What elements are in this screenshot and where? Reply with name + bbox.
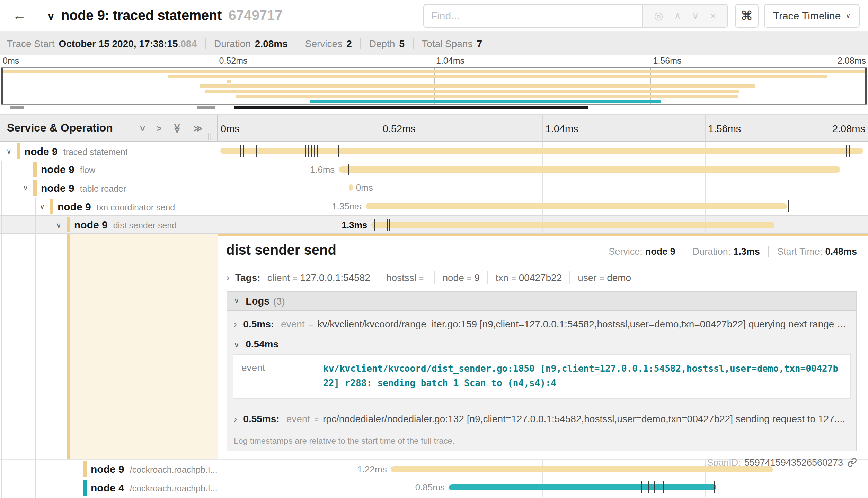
minimap-scrubber-segment[interactable]	[234, 106, 588, 109]
chevron-down-icon: ∨	[845, 12, 851, 19]
collapse-one-icon[interactable]: >	[138, 125, 147, 130]
log-entry-expanded-header[interactable]: ∨ 0.54ms	[227, 336, 856, 350]
collapse-logs-icon[interactable]: ∨	[234, 297, 239, 306]
start-time-label: Start Time:	[777, 246, 823, 257]
span-detail-panel: dist sender send Service: node 9 Duratio…	[217, 234, 868, 459]
log-key: event	[286, 413, 310, 424]
span-bar-cell[interactable]: 1.35ms	[217, 197, 868, 216]
clear-search-icon[interactable]: ×	[710, 10, 716, 21]
expand-tags-icon[interactable]: ›	[226, 272, 230, 283]
span-row[interactable]: ∨node 9traced statement	[0, 142, 868, 160]
span-detail-left-gutter	[0, 234, 217, 459]
log-marker	[715, 482, 715, 494]
span-bar[interactable]	[365, 203, 787, 209]
minimap-canvas[interactable]	[1, 67, 867, 105]
span-bar-cell[interactable]: 1.3ms	[217, 216, 868, 233]
find-input[interactable]	[423, 4, 643, 27]
span-name-cell[interactable]: node 4/cockroach.roachpb.I...	[0, 478, 217, 497]
trace-minimap: 0ms 0.52ms 1.04ms 1.56ms 2.08ms	[0, 55, 868, 114]
span-bar[interactable]	[339, 166, 840, 173]
collapse-span-icon[interactable]: ∨	[39, 202, 45, 210]
ruler-tick: 0.52ms	[383, 115, 416, 143]
minimap-scrubber-segment[interactable]	[9, 106, 23, 109]
trace-view-selector[interactable]: Trace Timeline ∨	[764, 4, 860, 27]
next-match-icon[interactable]: ∨	[692, 11, 699, 20]
divider	[226, 264, 857, 264]
logs-header[interactable]: ∨ Logs (3)	[227, 292, 856, 311]
span-bar[interactable]	[371, 221, 774, 228]
service-name: node 9	[91, 463, 124, 475]
log-value: rpc/nodedialer/nodedialer.go:132 [n9,cli…	[323, 413, 849, 424]
log-marker	[308, 145, 309, 157]
column-resizer-handle[interactable]: ||	[207, 132, 212, 140]
prev-match-icon[interactable]: ∧	[674, 11, 681, 20]
span-row[interactable]: ∨node 9txn coordinator send1.35ms	[0, 197, 868, 216]
minimap-scrubber[interactable]	[1, 106, 867, 109]
minimap-left-handle[interactable]	[1, 68, 3, 104]
collapse-trace-header-icon[interactable]: ∨	[47, 10, 55, 23]
log-marker	[237, 145, 238, 157]
collapse-controls: > > ≫ ≫	[140, 124, 203, 133]
collapse-span-icon[interactable]: ∨	[56, 220, 61, 229]
span-name-cell[interactable]: ∨node 9dist sender send	[0, 216, 217, 233]
span-row[interactable]: ∨node 9dist sender send1.3ms	[0, 216, 868, 234]
span-bar-cell[interactable]	[217, 142, 868, 160]
duration-value: 2.08ms	[255, 38, 288, 49]
tags-row[interactable]: › Tags: client=127.0.0.1:54582hostssl=no…	[226, 269, 857, 286]
span-meta: Service: node 9 Duration: 1.3ms Start Ti…	[609, 246, 857, 257]
service-color-bar	[83, 461, 86, 477]
span-row[interactable]: node 4/cockroach.roachpb.I...0.85ms	[0, 478, 868, 497]
span-bar[interactable]	[391, 466, 773, 472]
log-marker	[849, 145, 850, 157]
service-name: node 9	[41, 182, 74, 194]
expand-one-icon[interactable]: >	[156, 124, 161, 133]
span-name-cell[interactable]: node 9/cockroach.roachpb.I...	[0, 460, 217, 478]
log-marker	[649, 482, 649, 494]
log-time: 0.54ms	[246, 338, 278, 350]
span-name-cell[interactable]: ∨node 9table reader	[0, 179, 217, 197]
span-name-cell[interactable]: ∨node 9traced statement	[0, 142, 217, 160]
collapse-all-icon[interactable]: ≫	[173, 123, 182, 133]
log-entry[interactable]: › 0.55ms: event = rpc/nodedialer/nodedia…	[227, 407, 856, 430]
service-color-bar	[33, 180, 36, 196]
tag-item: txn=00427b22	[496, 272, 562, 283]
collapse-span-icon[interactable]: ∨	[6, 147, 11, 155]
span-row[interactable]: ∨node 9table reader0ms	[0, 179, 868, 197]
span-bar-cell[interactable]: 1.6ms	[217, 160, 868, 179]
log-marker	[314, 145, 315, 157]
span-row[interactable]: node 9/cockroach.roachpb.I...1.22ms	[0, 460, 868, 478]
collapse-span-icon[interactable]: ∨	[23, 184, 28, 192]
log-marker	[387, 219, 388, 230]
expand-all-icon[interactable]: ≫	[193, 124, 203, 133]
service-label: Service:	[609, 246, 643, 257]
span-name-cell[interactable]: ∨node 9txn coordinator send	[0, 197, 217, 216]
divider	[434, 271, 435, 284]
expand-log-icon[interactable]: ›	[234, 413, 237, 424]
depth-value: 5	[399, 38, 405, 49]
collapse-log-icon[interactable]: ∨	[234, 341, 239, 350]
service-color-bar	[67, 218, 70, 232]
timeline-header: Service & Operation > > ≫ ≫ || 0ms 0.52m…	[0, 114, 868, 142]
minimap-right-handle[interactable]	[865, 68, 867, 104]
minimap-scrubber-segment[interactable]	[197, 106, 215, 109]
log-entry[interactable]: › 0.5ms: event = kv/kvclient/kvcoord/ran…	[227, 311, 856, 336]
span-row[interactable]: node 9flow1.6ms	[0, 160, 868, 179]
back-button[interactable]: ←	[0, 0, 39, 31]
match-locate-icon[interactable]: ◎	[654, 10, 663, 21]
span-bar-cell[interactable]: 1.22ms	[217, 460, 868, 478]
timeline-header-left: Service & Operation > > ≫ ≫ ||	[0, 115, 217, 141]
span-bar[interactable]	[220, 148, 863, 154]
span-bar[interactable]	[449, 485, 716, 491]
expand-log-icon[interactable]: ›	[234, 318, 237, 329]
selected-span-accent-bar	[67, 234, 70, 459]
find-controls: ◎ ∧ ∨ ×	[643, 4, 728, 27]
span-bar[interactable]	[349, 185, 352, 191]
service-name: node 4	[91, 482, 124, 494]
span-bar-cell[interactable]: 0.85ms	[217, 478, 868, 497]
keyboard-shortcuts-button[interactable]: ⌘	[735, 4, 759, 27]
log-marker	[241, 145, 241, 157]
span-bar-cell[interactable]: 0ms	[217, 179, 868, 197]
span-name-cell[interactable]: node 9flow	[0, 160, 217, 179]
log-marker	[846, 145, 847, 157]
minimap-tick: 1.04ms	[436, 56, 464, 66]
